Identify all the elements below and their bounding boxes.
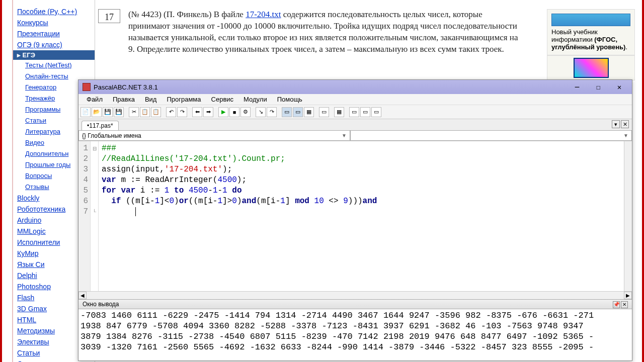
run-icon[interactable]: ▶ bbox=[218, 107, 228, 117]
save-all-icon[interactable]: 💾 bbox=[114, 107, 124, 117]
panel7-icon[interactable]: ▭ bbox=[360, 107, 370, 117]
step-over-icon[interactable]: ↷ bbox=[267, 107, 277, 117]
question-number: 17 bbox=[98, 9, 120, 23]
close-output-icon[interactable]: ✕ bbox=[621, 301, 628, 308]
new-file-icon[interactable]: 📄 bbox=[80, 107, 91, 117]
titlebar[interactable]: PascalABC.NET 3.8.1 ─ ☐ ✕ bbox=[78, 80, 632, 94]
scope-combo[interactable]: {} Глобальные имена▼ bbox=[78, 130, 350, 141]
menu-modules[interactable]: Модули bbox=[238, 94, 272, 105]
panel5-icon[interactable]: ▦ bbox=[334, 107, 344, 117]
minimize-button[interactable]: ─ bbox=[567, 81, 588, 93]
menu-edit[interactable]: Правка bbox=[108, 94, 140, 105]
tab-dropdown-icon[interactable]: ▾ bbox=[612, 120, 620, 128]
scroll-right-icon[interactable]: ▶ bbox=[624, 292, 632, 299]
output-pane[interactable]: -7083 1460 6111 -6229 -2475 -1414 794 13… bbox=[78, 309, 632, 359]
maximize-button[interactable]: ☐ bbox=[588, 81, 609, 93]
open-icon[interactable]: 📂 bbox=[92, 107, 102, 117]
copy-icon[interactable]: 📋 bbox=[140, 107, 150, 117]
redo-icon[interactable]: ↷ bbox=[177, 107, 187, 117]
nav-fwd-icon[interactable]: ➡ bbox=[203, 107, 213, 117]
panel4-icon[interactable]: ▭ bbox=[319, 107, 329, 117]
panel8-icon[interactable]: ▭ bbox=[371, 107, 381, 117]
toolbar: 📄 📂 💾 💾 ✂ 📋 📋 ↶ ↷ ⬅ ➡ ▶ ■ ⚙ ↘ ↷ ▭ ▭ ▦ ▭ … bbox=[78, 105, 632, 119]
book-thumb bbox=[551, 14, 630, 26]
nav-link[interactable]: Презентации bbox=[13, 28, 95, 39]
code-editor[interactable]: 1234567 ⊟└ ###//ReadAllLines('17-204.txt… bbox=[78, 141, 632, 291]
window-title: PascalABC.NET 3.8.1 bbox=[94, 83, 567, 91]
horizontal-scrollbar[interactable]: ◀ ▶ bbox=[78, 291, 632, 299]
code-area[interactable]: ###//ReadAllLines('17-204.txt').Count.pr… bbox=[99, 141, 624, 291]
ide-window: PascalABC.NET 3.8.1 ─ ☐ ✕ Файл Правка Ви… bbox=[78, 79, 632, 361]
ad-box-2[interactable] bbox=[547, 55, 635, 80]
output-header[interactable]: Окно вывода 📌✕ bbox=[78, 299, 632, 309]
ad-text: Новый учебник информатики bbox=[551, 28, 598, 43]
panel1-icon[interactable]: ▭ bbox=[282, 107, 292, 117]
vertical-scrollbar[interactable] bbox=[624, 141, 632, 291]
nav-link[interactable]: Конкурсы bbox=[13, 17, 95, 28]
nav-sub[interactable]: Тесты (NetTest) bbox=[13, 60, 95, 71]
question-block: 17 (№ 4423) (П. Финкель) В файле 17-204.… bbox=[98, 9, 526, 55]
tabs-bar: •117.pas* ▾ ✕ bbox=[78, 119, 632, 130]
compile-icon[interactable]: ⚙ bbox=[240, 107, 251, 117]
panel6-icon[interactable]: ▭ bbox=[349, 107, 359, 117]
step-into-icon[interactable]: ↘ bbox=[256, 107, 266, 117]
scroll-left-icon[interactable]: ◀ bbox=[78, 292, 87, 299]
cut-icon[interactable]: ✂ bbox=[129, 107, 139, 117]
undo-icon[interactable]: ↶ bbox=[166, 107, 176, 117]
nav-link[interactable]: ОГЭ (9 класс) bbox=[13, 39, 95, 50]
paste-icon[interactable]: 📋 bbox=[151, 107, 161, 117]
member-combo[interactable]: ▼ bbox=[350, 130, 632, 141]
tab-close-icon[interactable]: ✕ bbox=[621, 120, 629, 128]
panel3-icon[interactable]: ▦ bbox=[304, 107, 314, 117]
menu-file[interactable]: Файл bbox=[82, 94, 108, 105]
nav-selected[interactable]: ▸ ЕГЭ bbox=[13, 50, 95, 60]
question-text: (№ 4423) (П. Финкель) В файле 17-204.txt… bbox=[128, 9, 526, 55]
file-tab[interactable]: •117.pas* bbox=[82, 121, 119, 130]
line-gutter: 1234567 bbox=[78, 141, 91, 291]
stop-icon[interactable]: ■ bbox=[229, 107, 239, 117]
close-button[interactable]: ✕ bbox=[609, 81, 630, 93]
panel2-icon[interactable]: ▭ bbox=[293, 107, 303, 117]
ad-box[interactable]: Новый учебник информатики (ФГОС, углублё… bbox=[547, 9, 635, 55]
nav-back-icon[interactable]: ⬅ bbox=[192, 107, 202, 117]
ad-image bbox=[574, 58, 609, 78]
pin-icon[interactable]: 📌 bbox=[613, 301, 620, 308]
app-icon bbox=[83, 83, 91, 91]
menu-help[interactable]: Помощь bbox=[272, 94, 307, 105]
file-link[interactable]: 17-204.txt bbox=[246, 10, 281, 19]
menu-program[interactable]: Программа bbox=[162, 94, 206, 105]
menu-view[interactable]: Вид bbox=[140, 94, 162, 105]
nav-link[interactable]: Пособие (Py, C++) bbox=[13, 6, 95, 17]
nav-combos: {} Глобальные имена▼ ▼ bbox=[78, 130, 632, 141]
menubar: Файл Правка Вид Программа Сервис Модули … bbox=[78, 94, 632, 105]
fold-gutter[interactable]: ⊟└ bbox=[91, 141, 99, 291]
output-title: Окно вывода bbox=[83, 301, 119, 308]
menu-service[interactable]: Сервис bbox=[206, 94, 239, 105]
save-icon[interactable]: 💾 bbox=[103, 107, 113, 117]
